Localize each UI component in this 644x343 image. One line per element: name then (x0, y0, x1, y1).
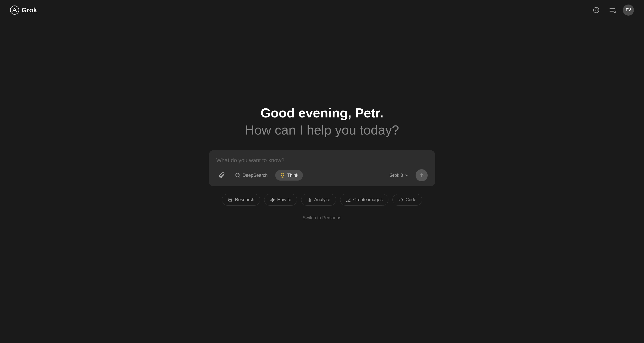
svg-point-0 (10, 6, 19, 14)
search-history-icon (609, 7, 616, 13)
analyze-button[interactable]: Analyze (301, 194, 336, 206)
search-toolbar: DeepSearch Think Grok 3 (216, 169, 428, 181)
create-images-button[interactable]: Create images (340, 194, 388, 206)
search-input[interactable] (216, 157, 428, 164)
analyze-icon (307, 197, 312, 202)
code-icon (398, 197, 403, 202)
main-content: Good evening, Petr. How can I help you t… (0, 0, 644, 343)
switch-personas-button[interactable]: Switch to Personas (299, 213, 345, 223)
greeting-primary: Good evening, Petr. (245, 105, 399, 120)
code-button[interactable]: Code (392, 194, 422, 206)
svg-marker-11 (270, 198, 274, 202)
avatar-initials: PV (626, 8, 631, 12)
search-toolbar-right: Grok 3 (386, 169, 428, 181)
create-images-icon (346, 197, 351, 202)
analyze-label: Analyze (314, 197, 330, 202)
submit-button[interactable] (416, 169, 428, 181)
search-history-button[interactable] (607, 5, 618, 16)
how-to-label: How to (277, 197, 291, 202)
svg-line-6 (615, 12, 616, 13)
search-container: DeepSearch Think Grok 3 (209, 150, 435, 186)
model-selector-button[interactable]: Grok 3 (386, 171, 413, 180)
how-to-button[interactable]: How to (264, 194, 297, 206)
switch-personas-label: Switch to Personas (303, 215, 341, 220)
search-toolbar-left: DeepSearch Think (216, 170, 303, 181)
history-icon (593, 7, 599, 13)
quick-actions: Research How to Analyze Create images (222, 194, 422, 206)
attach-button[interactable] (216, 170, 227, 181)
research-icon (228, 197, 233, 202)
deepsearch-icon (235, 173, 240, 178)
history-button[interactable] (591, 5, 602, 16)
code-label: Code (406, 197, 416, 202)
svg-line-10 (231, 201, 232, 202)
lightbulb-icon (280, 173, 285, 178)
research-button[interactable]: Research (222, 194, 260, 206)
greeting-secondary: How can I help you today? (245, 122, 399, 138)
header-right: PV (591, 5, 634, 16)
user-avatar-button[interactable]: PV (623, 5, 634, 16)
logo[interactable]: Grok (10, 6, 37, 15)
logo-text: Grok (22, 6, 37, 14)
think-label: Think (287, 173, 298, 178)
deepsearch-button[interactable]: DeepSearch (230, 170, 272, 181)
grok-logo-icon (10, 6, 19, 15)
research-label: Research (235, 197, 254, 202)
think-button[interactable]: Think (275, 170, 303, 181)
header: Grok PV (0, 0, 644, 20)
paperclip-icon (219, 172, 225, 178)
model-label: Grok 3 (389, 173, 403, 178)
howto-icon (270, 197, 275, 202)
chevron-down-icon (405, 173, 409, 178)
arrow-up-icon (419, 173, 424, 178)
deepsearch-label: DeepSearch (243, 173, 268, 178)
greeting: Good evening, Petr. How can I help you t… (245, 105, 399, 138)
create-images-label: Create images (353, 197, 383, 202)
